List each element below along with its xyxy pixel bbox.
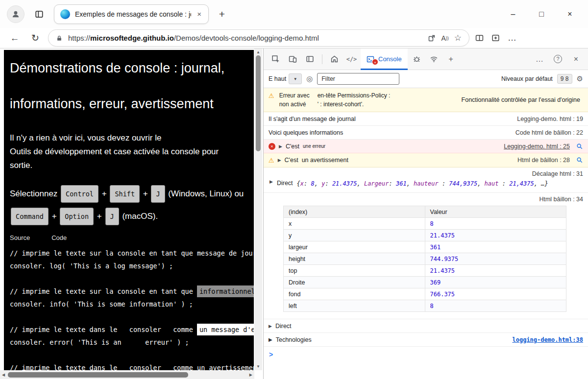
console-filter-input[interactable]	[317, 73, 399, 85]
scroll-down-arrow[interactable]: ▼	[256, 364, 260, 369]
minimize-button[interactable]: –	[502, 5, 524, 24]
tab-actions-icon[interactable]	[30, 5, 48, 23]
device-toolbar-icon[interactable]	[285, 51, 301, 67]
live-expression-eye-icon[interactable]: ◎	[306, 74, 313, 83]
navigation-toolbar: ← ↻ https://microsoftedge.github.io/Demo…	[0, 28, 588, 48]
code-line: consoler. info( 'This is some informatio…	[10, 298, 254, 310]
preview-token: 8	[311, 180, 315, 187]
devtools-more-icon[interactable]: …	[532, 51, 548, 67]
shortcut-suffix: (macOS).	[122, 212, 158, 221]
table-cell-key: top	[284, 265, 425, 277]
preview-token: Largeur	[364, 180, 389, 187]
browser-window: Exemples de messages de console : journa…	[0, 0, 588, 379]
panel-layout-icon[interactable]	[302, 51, 318, 67]
source-link[interactable]: Legging-demo. html : 25	[499, 143, 570, 150]
favorites-star-icon[interactable]: ☆	[454, 33, 462, 43]
object-label: Direct	[277, 179, 293, 187]
network-conditions-icon[interactable]	[426, 51, 442, 67]
expand-triangle-icon[interactable]: ▶	[269, 337, 272, 342]
profile-avatar[interactable]	[7, 5, 24, 23]
scroll-right-arrow[interactable]: ▶	[249, 373, 252, 377]
magnifier-icon[interactable]	[576, 157, 583, 164]
add-panel-icon[interactable]: +	[443, 51, 459, 67]
vertical-scrollbar[interactable]: ▲ ▼	[254, 48, 262, 370]
source-link[interactable]: Html bâillon : 34	[269, 195, 583, 204]
horizontal-scrollbar-thumb[interactable]	[8, 372, 188, 378]
scroll-up-arrow[interactable]: ▲	[256, 50, 260, 54]
collections-icon[interactable]	[491, 34, 500, 42]
inspect-element-icon[interactable]	[268, 51, 284, 67]
expand-triangle-icon[interactable]: ▶	[270, 179, 273, 184]
scroll-left-arrow[interactable]: ◀	[2, 373, 5, 377]
expand-triangle-icon[interactable]: ▶	[279, 144, 282, 149]
source-link[interactable]: Html de bâillon : 28	[513, 157, 570, 164]
source-link[interactable]: Legging-demo. html : 19	[512, 116, 583, 122]
address-bar[interactable]: https://microsoftedge.github.io/Demos/de…	[48, 29, 469, 47]
refresh-button[interactable]: ↻	[27, 30, 43, 46]
new-tab-button[interactable]: +	[215, 7, 229, 22]
split-screen-icon[interactable]	[475, 34, 484, 42]
source-link[interactable]: logging-demo.html:38	[513, 336, 584, 343]
console-table-log: Html bâillon : 34 (index) Valeur x8 y21.…	[264, 193, 588, 319]
maximize-button[interactable]: □	[530, 5, 553, 24]
table-cell-key: x	[284, 218, 425, 230]
preview-token: :	[439, 180, 449, 187]
tab-console[interactable]: × Console	[361, 48, 408, 70]
warning-icon: ⚠	[269, 157, 274, 164]
magnifier-icon[interactable]	[576, 143, 583, 150]
code-header-source: Source	[10, 234, 30, 241]
tab-close-icon[interactable]: ×	[196, 10, 202, 18]
home-icon[interactable]	[326, 51, 343, 67]
console-icon: ×	[367, 55, 374, 63]
object-label: Direct	[275, 323, 292, 330]
preview-token: ,	[357, 180, 364, 187]
issues-bug-icon[interactable]	[409, 51, 425, 67]
console-info-row: Voici quelques informations Code html de…	[264, 126, 588, 140]
vertical-scrollbar-thumb[interactable]	[256, 55, 261, 151]
log-levels-dropdown[interactable]: Niveaux par défaut	[501, 75, 553, 82]
browser-tab[interactable]: Exemples de messages de console : journa…	[54, 4, 209, 24]
frame-selector[interactable]: E haut ▼	[269, 73, 302, 84]
read-aloud-letter: A	[441, 34, 445, 42]
devtools-close-icon[interactable]: ×	[568, 51, 584, 67]
table-cell-value: 8	[425, 218, 566, 230]
preview-token: x	[300, 180, 304, 187]
console-group-row: ▶ Technologies logging-demo.html:38	[264, 333, 588, 347]
expand-triangle-icon[interactable]: ▶	[278, 158, 281, 163]
window-close-button[interactable]: ×	[559, 5, 581, 24]
url-path: /Demos/devtools-console/logging-demo.htm…	[174, 34, 319, 42]
url-text[interactable]: https://microsoftedge.github.io/Demos/de…	[68, 34, 422, 42]
table-row: top21.4375	[284, 265, 566, 277]
open-in-app-icon[interactable]	[428, 34, 436, 42]
console-warning-banner: ⚠ Erreur avec non activé en-tête Permiss…	[264, 88, 588, 112]
expand-triangle-icon[interactable]: ▶	[269, 324, 272, 329]
prompt-chevron-icon: >	[269, 351, 273, 358]
object-preview[interactable]: {x: 8, y: 21.4375, Largeur: 361, hauteur…	[297, 179, 548, 189]
table-cell-value: 8	[425, 300, 566, 312]
table-cell-value: 21.4375	[425, 230, 566, 241]
source-link[interactable]: Code html de bâillon : 22	[511, 129, 583, 136]
lock-icon[interactable]	[56, 35, 63, 42]
frame-selector-caret[interactable]: ▼	[289, 73, 302, 84]
kbd-control: Control	[61, 185, 98, 203]
console-table: (index) Valeur x8 y21.4375 largeur361 he…	[283, 206, 566, 312]
page-title-line2: informations, erreur, avertissement	[10, 96, 254, 112]
settings-more-icon[interactable]: …	[508, 33, 517, 43]
console-warn-row: ⚠ ▶ C'est un avertissement Html de bâill…	[264, 153, 588, 167]
devtools-help-icon[interactable]: ?	[550, 51, 566, 67]
table-header-value: Valeur	[425, 206, 566, 218]
log-levels-badge[interactable]: 9 8	[557, 74, 572, 84]
read-aloud-icon[interactable]: A))	[441, 34, 448, 42]
horizontal-scrollbar[interactable]: ◀ ▶	[0, 370, 254, 379]
table-row: Droite369	[284, 277, 566, 288]
back-button[interactable]: ←	[7, 30, 23, 46]
console-settings-gear-icon[interactable]: ⚙	[577, 74, 583, 83]
preview-token: haut	[485, 180, 499, 187]
source-link[interactable]: Décalage html : 31	[269, 169, 583, 178]
help-glyph: ?	[554, 55, 562, 63]
console-prompt[interactable]: >	[264, 347, 588, 362]
code-label-highlighted: un message d'erreur	[197, 324, 254, 335]
elements-tab-icon[interactable]: </>	[343, 51, 360, 67]
preview-token: 744,9375	[449, 180, 477, 187]
preview-token: :	[304, 180, 311, 187]
